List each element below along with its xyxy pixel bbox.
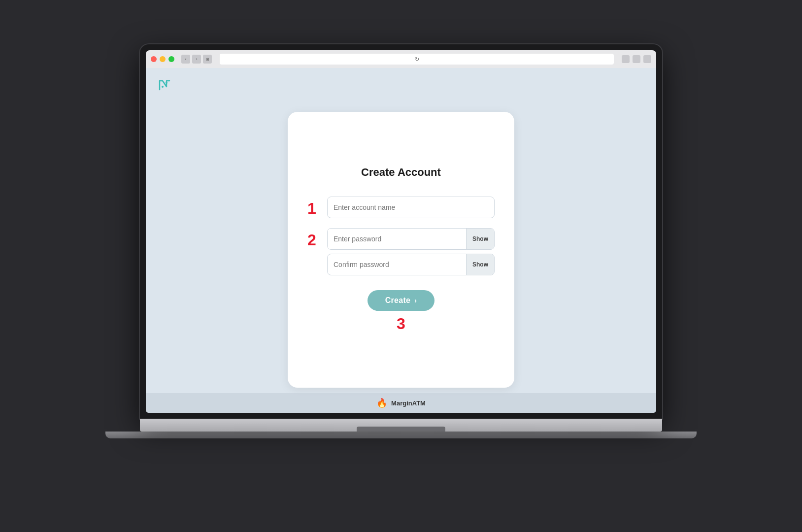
laptop-notch — [357, 427, 445, 432]
browser-icon-2 — [633, 55, 640, 63]
laptop-wrapper: ‹ › ⊞ ↻ — [130, 44, 672, 488]
address-bar[interactable]: ↻ — [220, 54, 614, 65]
step2-section: 2 Show Show — [307, 228, 495, 275]
svg-point-1 — [162, 86, 164, 88]
card-title: Create Account — [361, 166, 441, 179]
laptop-foot — [105, 432, 697, 438]
show-confirm-password-button[interactable]: Show — [466, 254, 494, 275]
view-button[interactable]: ⊞ — [203, 55, 212, 64]
traffic-light-close[interactable] — [151, 56, 157, 62]
app-header — [146, 68, 656, 101]
browser-icon-3 — [643, 55, 651, 63]
taskbar: 🔥 MarginATM — [146, 393, 656, 413]
step1-fields — [327, 197, 495, 218]
traffic-light-minimize[interactable] — [160, 56, 166, 62]
step1-section: 1 — [307, 197, 495, 218]
confirm-password-input[interactable] — [328, 254, 466, 275]
password-input[interactable] — [328, 229, 466, 249]
back-button[interactable]: ‹ — [181, 55, 190, 64]
laptop-base — [140, 419, 662, 432]
step1-number: 1 — [307, 197, 321, 216]
traffic-light-maximize[interactable] — [168, 56, 174, 62]
step3-section: Create › 3 — [307, 290, 495, 333]
create-arrow-icon: › — [414, 297, 417, 304]
screen-content: Create Account 1 2 — [146, 68, 656, 413]
forward-button[interactable]: › — [192, 55, 201, 64]
show-password-button[interactable]: Show — [466, 229, 494, 249]
create-account-card: Create Account 1 2 — [288, 112, 514, 388]
browser-nav: ‹ › ⊞ — [181, 55, 212, 64]
step2-number: 2 — [307, 228, 321, 248]
browser-chrome: ‹ › ⊞ ↻ — [146, 50, 656, 68]
refresh-icon: ↻ — [415, 56, 419, 63]
svg-point-0 — [166, 82, 167, 84]
taskbar-icon: 🔥 — [376, 398, 387, 408]
browser-icons — [622, 55, 651, 63]
app-logo — [156, 76, 173, 94]
account-name-input[interactable] — [327, 197, 495, 218]
confirm-password-row: Show — [327, 254, 495, 275]
main-area: Create Account 1 2 — [146, 101, 656, 413]
password-row: Show — [327, 228, 495, 250]
step2-fields: Show Show — [327, 228, 495, 275]
browser-icon-1 — [622, 55, 630, 63]
create-button[interactable]: Create › — [368, 290, 435, 311]
laptop-screen: ‹ › ⊞ ↻ — [140, 44, 662, 419]
create-label: Create — [385, 296, 411, 305]
step3-number: 3 — [397, 315, 405, 333]
taskbar-label: MarginATM — [391, 399, 426, 407]
